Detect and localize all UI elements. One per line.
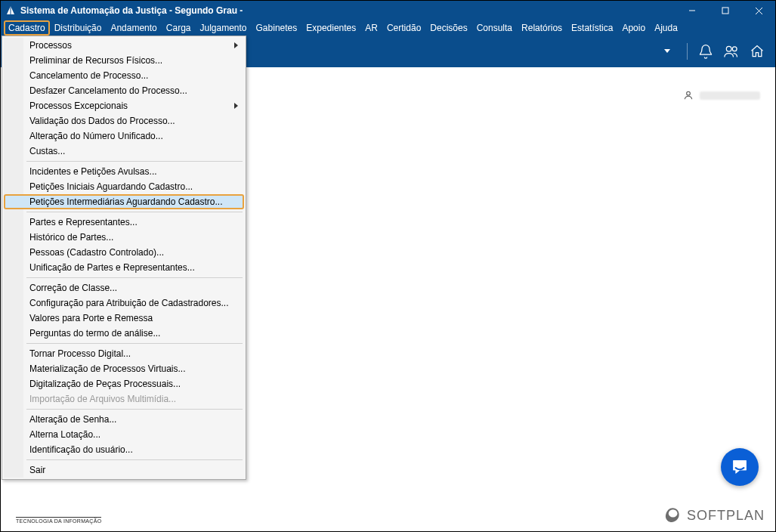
svg-point-6 bbox=[687, 91, 691, 95]
dd-digitalizacao[interactable]: Digitalização de Peças Processuais... bbox=[4, 376, 244, 391]
menu-andamento[interactable]: Andamento bbox=[106, 20, 161, 36]
dd-label: Validação dos Dados do Processo... bbox=[29, 116, 175, 126]
bell-icon[interactable] bbox=[698, 44, 713, 59]
dd-partes-representantes[interactable]: Partes e Representantes... bbox=[4, 215, 244, 230]
dd-custas[interactable]: Custas... bbox=[4, 144, 244, 159]
dd-label: Cancelamento de Processo... bbox=[29, 70, 148, 81]
submenu-arrow-icon bbox=[234, 103, 238, 109]
dd-label: Desfazer Cancelamento do Processo... bbox=[29, 85, 187, 96]
dd-preliminar-recursos[interactable]: Preliminar de Recursos Físicos... bbox=[4, 53, 244, 68]
dd-label: Unificação de Partes e Representantes... bbox=[29, 262, 195, 273]
menu-carga[interactable]: Carga bbox=[162, 20, 196, 36]
menu-relatorios[interactable]: Relatórios bbox=[517, 20, 567, 36]
dd-label: Valores para Porte e Remessa bbox=[29, 313, 153, 323]
dd-sair[interactable]: Sair bbox=[4, 462, 244, 478]
menu-distribuicao[interactable]: Distribuição bbox=[50, 20, 107, 36]
maximize-button[interactable] bbox=[709, 1, 742, 20]
users-icon[interactable] bbox=[724, 44, 739, 59]
dd-separator bbox=[26, 277, 243, 278]
menu-julgamento[interactable]: Julgamento bbox=[195, 20, 251, 36]
titlebar: Sistema de Automação da Justiça - Segund… bbox=[1, 1, 775, 20]
dropdown-cadastro: Processos Preliminar de Recursos Físicos… bbox=[2, 36, 246, 480]
dd-processos-excepcionais[interactable]: Processos Excepcionais bbox=[4, 98, 244, 113]
dd-label: Preliminar de Recursos Físicos... bbox=[29, 55, 162, 66]
dd-separator bbox=[26, 343, 243, 344]
brand-name: SOFTPLAN bbox=[687, 508, 765, 524]
svg-point-7 bbox=[669, 509, 678, 517]
submenu-arrow-icon bbox=[234, 42, 238, 48]
dd-label: Processos Excepcionais bbox=[29, 101, 128, 111]
dd-label: Materialização de Processos Virtuais... bbox=[29, 363, 186, 374]
menu-expedientes[interactable]: Expedientes bbox=[301, 20, 360, 36]
dd-peticoes-iniciais[interactable]: Petições Iniciais Aguardando Cadastro... bbox=[4, 179, 244, 194]
dd-validacao-dados[interactable]: Validação dos Dados do Processo... bbox=[4, 113, 244, 128]
dd-label: Tornar Processo Digital... bbox=[29, 348, 131, 359]
dd-config-atribuicao[interactable]: Configuração para Atribuição de Cadastra… bbox=[4, 295, 244, 311]
toolbar-dropdown[interactable] bbox=[664, 49, 670, 54]
app-icon bbox=[5, 5, 16, 16]
window-title: Sistema de Automação da Justiça - Segund… bbox=[20, 5, 243, 16]
dd-label: Digitalização de Peças Processuais... bbox=[29, 379, 181, 389]
svg-rect-1 bbox=[722, 8, 728, 14]
menubar: Cadastro Distribuição Andamento Carga Ju… bbox=[1, 20, 775, 36]
dd-correcao-classe[interactable]: Correção de Classe... bbox=[4, 280, 244, 295]
svg-point-5 bbox=[732, 47, 737, 51]
dd-unificacao-partes[interactable]: Unificação de Partes e Representantes... bbox=[4, 260, 244, 275]
close-button[interactable] bbox=[742, 1, 775, 20]
brand: SOFTPLAN bbox=[663, 506, 765, 525]
menu-consulta[interactable]: Consulta bbox=[472, 20, 517, 36]
toolbar-separator bbox=[687, 43, 688, 60]
dd-processos[interactable]: Processos bbox=[4, 38, 244, 53]
menu-ar[interactable]: AR bbox=[360, 20, 382, 36]
dd-separator bbox=[26, 212, 243, 212]
dd-label: Sair bbox=[29, 465, 45, 475]
menu-cadastro[interactable]: Cadastro bbox=[4, 20, 50, 36]
dd-cancelamento-processo[interactable]: Cancelamento de Processo... bbox=[4, 68, 244, 83]
menu-apoio[interactable]: Apoio bbox=[617, 20, 650, 36]
user-name-redacted bbox=[700, 91, 760, 100]
brand-logo-icon bbox=[663, 506, 682, 525]
dd-identificacao-usuario[interactable]: Identificação do usuário... bbox=[4, 442, 244, 457]
dd-alteracao-numero[interactable]: Alteração do Número Unificado... bbox=[4, 128, 244, 144]
menu-certidao[interactable]: Certidão bbox=[382, 20, 425, 36]
dd-label: Histórico de Partes... bbox=[29, 232, 113, 243]
dd-historico-partes[interactable]: Histórico de Partes... bbox=[4, 230, 244, 245]
dd-separator bbox=[26, 409, 243, 410]
dd-label: Alteração de Senha... bbox=[29, 414, 116, 425]
dd-label: Perguntas do termo de análise... bbox=[29, 328, 160, 339]
dd-label: Identificação do usuário... bbox=[29, 444, 133, 455]
dd-alterna-lotacao[interactable]: Alterna Lotação... bbox=[4, 427, 244, 442]
dd-pessoas-cadastro[interactable]: Pessoas (Cadastro Controlado)... bbox=[4, 245, 244, 260]
dd-desfazer-cancelamento[interactable]: Desfazer Cancelamento do Processo... bbox=[4, 83, 244, 98]
chat-button[interactable] bbox=[721, 448, 759, 486]
dd-label: Configuração para Atribuição de Cadastra… bbox=[29, 298, 229, 308]
footer-tag: TECNOLOGIA DA INFORMAÇÃO bbox=[16, 517, 101, 524]
dd-label: Petições Intermediárias Aguardando Cadas… bbox=[29, 196, 222, 207]
dd-perguntas-termo[interactable]: Perguntas do termo de análise... bbox=[4, 326, 244, 341]
dd-alteracao-senha[interactable]: Alteração de Senha... bbox=[4, 412, 244, 427]
dd-incidentes-peticoes[interactable]: Incidentes e Petições Avulsas... bbox=[4, 164, 244, 179]
dd-label: Importação de Arquivos Multimídia... bbox=[29, 394, 176, 404]
user-icon bbox=[683, 90, 694, 101]
dd-materializacao[interactable]: Materialização de Processos Virtuais... bbox=[4, 361, 244, 376]
dd-label: Pessoas (Cadastro Controlado)... bbox=[29, 247, 164, 258]
user-area bbox=[683, 90, 760, 101]
dd-label: Processos bbox=[29, 40, 72, 51]
dd-peticoes-intermediarias[interactable]: Petições Intermediárias Aguardando Cadas… bbox=[4, 194, 244, 209]
menu-decisoes[interactable]: Decisões bbox=[425, 20, 471, 36]
menu-ajuda[interactable]: Ajuda bbox=[650, 20, 682, 36]
window-controls bbox=[676, 1, 775, 20]
dd-label: Incidentes e Petições Avulsas... bbox=[29, 166, 157, 177]
menu-estatistica[interactable]: Estatística bbox=[567, 20, 617, 36]
dd-separator bbox=[26, 459, 243, 460]
minimize-button[interactable] bbox=[676, 1, 709, 20]
dd-tornar-digital[interactable]: Tornar Processo Digital... bbox=[4, 346, 244, 361]
dd-separator bbox=[26, 161, 243, 162]
menu-gabinetes[interactable]: Gabinetes bbox=[252, 20, 302, 36]
dd-label: Correção de Classe... bbox=[29, 283, 117, 293]
dd-label: Alteração do Número Unificado... bbox=[29, 131, 163, 141]
home-icon[interactable] bbox=[750, 44, 765, 59]
dd-label: Alterna Lotação... bbox=[29, 429, 100, 440]
dd-valores-porte[interactable]: Valores para Porte e Remessa bbox=[4, 311, 244, 326]
dd-importacao-multimidia: Importação de Arquivos Multimídia... bbox=[4, 391, 244, 407]
